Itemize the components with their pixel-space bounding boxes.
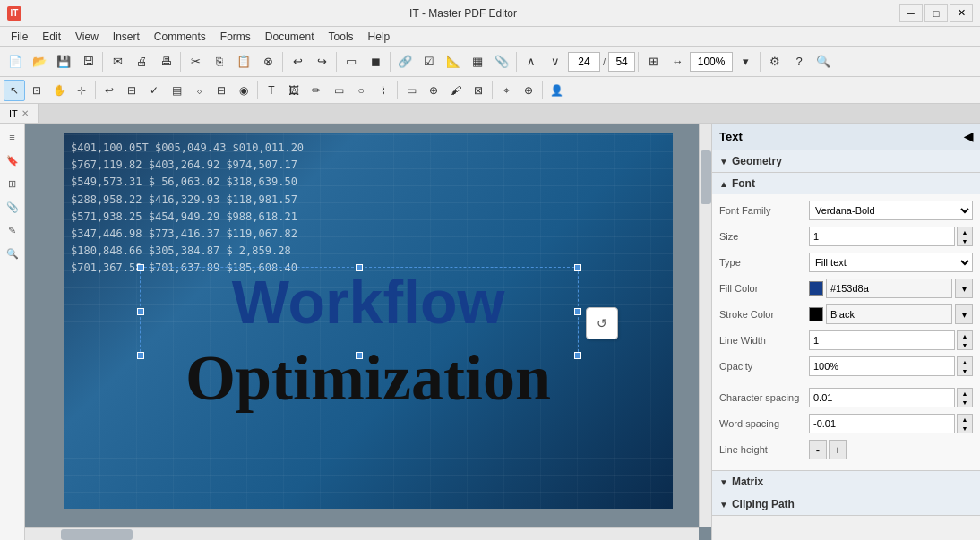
type-select[interactable]: Fill text (809, 253, 973, 272)
page-thumb-button[interactable]: ≡ (3, 127, 22, 147)
print-button[interactable]: 🖨 (130, 50, 153, 73)
redo-button[interactable]: ↪ (310, 50, 333, 73)
stamp-button[interactable]: ⊕ (423, 80, 444, 101)
opacity-down-button[interactable]: ▼ (958, 366, 972, 375)
check-button[interactable]: ✓ (143, 80, 165, 101)
snapshot-button[interactable]: ⊟ (121, 80, 142, 101)
menu-help[interactable]: Help (361, 29, 398, 45)
char-spacing-down-button[interactable]: ▼ (958, 398, 972, 407)
save-button[interactable]: 💾 (52, 50, 75, 73)
text-tool-button[interactable]: T (261, 80, 282, 101)
menu-insert[interactable]: Insert (106, 29, 147, 45)
open-button[interactable]: 📂 (28, 50, 51, 73)
rect-tool-button[interactable]: ▭ (328, 80, 349, 101)
opacity-spinner[interactable]: ▲ ▼ (957, 356, 973, 376)
menu-edit[interactable]: Edit (35, 29, 68, 45)
line-width-down-button[interactable]: ▼ (958, 340, 972, 349)
delete-button[interactable]: ⊗ (256, 50, 279, 73)
font-family-select[interactable]: Verdana-Bold (809, 201, 973, 220)
search-btn[interactable]: 🔍 (812, 50, 835, 73)
line-height-minus-button[interactable]: - (809, 440, 827, 459)
measure2-button[interactable]: ⊕ (518, 80, 539, 101)
fit-width-button[interactable]: ↔ (666, 50, 689, 73)
copy-button[interactable]: ⎘ (208, 50, 231, 73)
horizontal-scrollbar[interactable] (25, 527, 699, 540)
pencil-tool-button[interactable]: ✏ (305, 80, 327, 101)
attachment-button[interactable]: 📎 (3, 197, 22, 217)
save-as-button[interactable]: 🖫 (76, 50, 99, 73)
minimize-button[interactable]: ─ (899, 4, 923, 22)
page-input[interactable] (568, 52, 600, 72)
panel-collapse-button[interactable]: ◀ (964, 130, 973, 143)
word-spacing-up-button[interactable]: ▲ (958, 415, 972, 424)
menu-tools[interactable]: Tools (322, 29, 361, 45)
menu-view[interactable]: View (68, 29, 106, 45)
horizontal-scroll-thumb[interactable] (61, 529, 133, 540)
content-button[interactable]: ▤ (166, 80, 187, 101)
form-button[interactable]: ▦ (466, 50, 489, 73)
zoom-input[interactable] (690, 52, 733, 72)
annot-button[interactable]: ☑ (417, 50, 441, 73)
line-width-spinner[interactable]: ▲ ▼ (957, 330, 973, 350)
select-all-button[interactable]: ▭ (340, 50, 363, 73)
canvas-area[interactable]: $401,100.05T $005,049.43 $010,011.20 $76… (25, 124, 711, 540)
link2-button[interactable]: ⌖ (495, 80, 517, 101)
workflow-text[interactable]: Workflow (64, 271, 673, 332)
prev-page-button[interactable]: ∧ (520, 50, 543, 73)
search2-button[interactable]: 🔍 (3, 244, 22, 263)
highlight-tool-button[interactable]: ▭ (400, 80, 422, 101)
fill-button[interactable]: ◼ (364, 50, 387, 73)
zoom-dropdown-button[interactable]: ▾ (734, 50, 757, 73)
select-tool-button[interactable]: ↖ (4, 80, 25, 101)
size-spinner[interactable]: ▲ ▼ (957, 227, 973, 246)
opacity-up-button[interactable]: ▲ (958, 357, 972, 366)
link-button[interactable]: 🔗 (393, 50, 417, 73)
path-tool-button[interactable]: ⌇ (373, 80, 394, 101)
new-button[interactable]: 📄 (4, 50, 27, 73)
opacity-input[interactable] (809, 356, 955, 376)
oval-tool-button[interactable]: ○ (350, 80, 372, 101)
word-spacing-spinner[interactable]: ▲ ▼ (957, 414, 973, 433)
char-spacing-up-button[interactable]: ▲ (958, 389, 972, 398)
circle-button[interactable]: ◉ (233, 80, 254, 101)
line-height-plus-button[interactable]: + (829, 440, 847, 459)
stroke-color-dropdown-button[interactable]: ▾ (955, 304, 973, 324)
signature-button[interactable]: 👤 (546, 80, 567, 101)
fit-page-button[interactable]: ⊞ (641, 50, 665, 73)
fill-tool-button[interactable]: 🖌 (445, 80, 467, 101)
image-tool-button[interactable]: 🖼 (283, 80, 305, 101)
menu-document[interactable]: Document (258, 29, 322, 45)
back-button[interactable]: ↩ (99, 80, 120, 101)
stroke-color-input[interactable]: Black (826, 304, 952, 324)
size-down-button[interactable]: ▼ (958, 236, 972, 245)
undo-button[interactable]: ↩ (286, 50, 309, 73)
menu-forms[interactable]: Forms (213, 29, 258, 45)
signature2-button[interactable]: ✎ (3, 220, 22, 240)
size-up-button[interactable]: ▲ (958, 227, 972, 236)
next-page-button[interactable]: ∨ (544, 50, 567, 73)
paste-button[interactable]: 📋 (232, 50, 255, 73)
page-tool-button[interactable]: ⊡ (26, 80, 47, 101)
maximize-button[interactable]: □ (924, 4, 948, 22)
word-spacing-down-button[interactable]: ▼ (958, 424, 972, 433)
menu-file[interactable]: File (4, 29, 35, 45)
document-tab[interactable]: IT ✕ (0, 104, 39, 123)
scan-button[interactable]: 🖷 (154, 50, 177, 73)
crop-tool-button[interactable]: ⊹ (71, 80, 92, 101)
word-spacing-input[interactable] (809, 414, 955, 433)
redact-button[interactable]: ⊠ (468, 80, 489, 101)
char-spacing-spinner[interactable]: ▲ ▼ (957, 388, 973, 407)
cut-button[interactable]: ✂ (184, 50, 207, 73)
extra-btn[interactable]: ⚙ (763, 50, 787, 73)
font-section-header[interactable]: ▲ Font (712, 173, 980, 194)
line-width-input[interactable] (809, 330, 955, 350)
matrix-section-header[interactable]: ▼ Matrix (712, 471, 980, 493)
tab-close-button[interactable]: ✕ (21, 108, 29, 118)
fill-color-dropdown-button[interactable]: ▾ (955, 279, 973, 298)
clipping-section-header[interactable]: ▼ Cliping Path (712, 493, 980, 515)
stroke-color-swatch[interactable] (809, 307, 823, 321)
fill-color-swatch[interactable] (809, 281, 823, 296)
close-button[interactable]: ✕ (950, 4, 973, 22)
geometry-section-header[interactable]: ▼ Geometry (712, 150, 980, 172)
vertical-scroll-thumb[interactable] (701, 150, 711, 204)
